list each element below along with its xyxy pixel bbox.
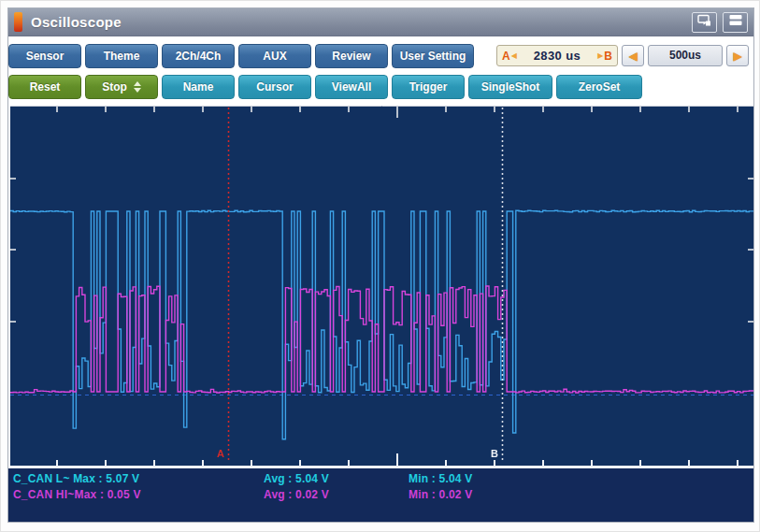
toolbar-row-2: Reset Stop Name Cursor ViewAll Trigger S… [8,74,642,99]
timebase-display: 500us [648,45,723,66]
ch2-max-readout: C_CAN HI~Max : 0.05 V [13,488,141,501]
viewall-button[interactable]: ViewAll [315,75,388,99]
cursor-a-label: A [502,50,510,63]
ab-cursor-readout[interactable]: A ◀ 2830 us ▶ B [496,45,618,66]
ch2-min-readout: Min : 0.02 V [409,488,472,501]
ch1-max-readout: C_CAN L~ Max : 5.07 V [13,472,139,485]
left-arrow-icon: ◀ [628,50,637,63]
stop-button-label: Stop [102,80,127,93]
stop-spinner-icon [134,81,141,93]
stop-button[interactable]: Stop [85,75,158,99]
window-title: Oscilloscope [31,14,122,30]
timebase-decrease-button[interactable]: ◀ [622,45,644,66]
channel-mode-button[interactable]: 2Ch/4Ch [162,44,235,68]
zeroset-button[interactable]: ZeroSet [556,75,642,99]
split-view-button[interactable] [723,12,748,33]
app-screen: Oscilloscope Sensor Theme 2Ch/4Ch AUX R [0,0,760,532]
titlebar-buttons [686,12,748,33]
screen-layout-button[interactable] [692,12,717,33]
aux-button[interactable]: AUX [238,44,311,68]
waveform-display[interactable] [10,106,753,468]
ch2-avg-readout: Avg : 0.02 V [264,488,329,501]
split-view-icon [728,14,743,30]
timebase-increase-button[interactable]: ▶ [726,45,749,66]
theme-button[interactable]: Theme [85,44,158,68]
ab-delta-value: 2830 us [518,49,596,63]
singleshot-button[interactable]: SingleShot [468,75,552,99]
ch1-min-readout: Min : 5.04 V [409,472,472,485]
cursor-button[interactable]: Cursor [238,75,311,99]
toolbar-row-1: Sensor Theme 2Ch/4Ch AUX Review User Set… [8,43,749,68]
sensor-button[interactable]: Sensor [8,44,81,68]
right-arrow-icon: ▶ [733,50,741,63]
ch1-avg-readout: Avg : 5.04 V [264,472,329,485]
screen-layout-icon [697,14,712,30]
measurement-panel: C_CAN L~ Max : 5.07 V Avg : 5.04 V Min :… [8,468,753,522]
cursor-b-label: B [604,50,612,63]
cursor-b-arrow-icon: ▶ [597,51,603,60]
user-setting-button[interactable]: User Setting [392,44,474,68]
review-button[interactable]: Review [315,44,388,68]
reset-button[interactable]: Reset [8,75,81,99]
oscilloscope-window: Oscilloscope Sensor Theme 2Ch/4Ch AUX R [7,7,754,523]
app-icon [14,12,22,32]
trigger-button[interactable]: Trigger [392,75,465,99]
title-bar: Oscilloscope [8,8,753,36]
cursor-a-arrow-icon: ◀ [511,51,517,60]
name-button[interactable]: Name [162,75,235,99]
